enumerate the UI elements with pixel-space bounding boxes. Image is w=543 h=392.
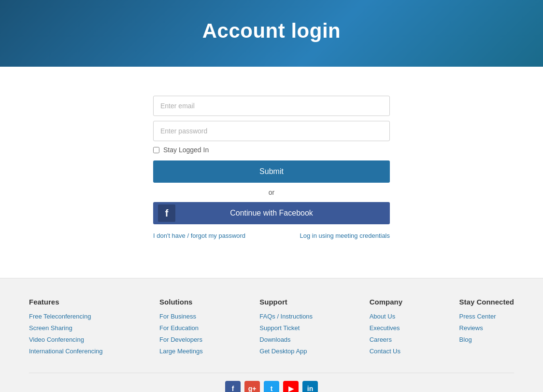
- footer-col-stay-connected: Stay Connected Press Center Reviews Blog: [459, 298, 514, 358]
- footer-col-company: Company About Us Executives Careers Cont…: [370, 298, 402, 358]
- footer-link-reviews[interactable]: Reviews: [459, 324, 483, 332]
- footer-link-about-us[interactable]: About Us: [370, 313, 395, 320]
- submit-button[interactable]: Submit: [153, 160, 390, 183]
- footer-link-desktop-app[interactable]: Get Desktop App: [259, 348, 307, 355]
- footer-link-faqs[interactable]: FAQs / Instructions: [259, 313, 313, 320]
- footer-heading-solutions: Solutions: [159, 298, 203, 306]
- footer-link-executives[interactable]: Executives: [370, 324, 400, 332]
- footer-link-video-conferencing[interactable]: Video Conferencing: [29, 336, 84, 343]
- footer-heading-features: Features: [29, 298, 103, 306]
- footer-link-large-meetings[interactable]: Large Meetings: [159, 348, 203, 355]
- password-input[interactable]: [153, 121, 390, 141]
- forgot-password-link[interactable]: I don't have / forgot my password: [153, 232, 245, 239]
- footer-link-international-conferencing[interactable]: International Conferencing: [29, 348, 103, 355]
- footer-link-press-center[interactable]: Press Center: [459, 313, 496, 320]
- footer-link-for-developers[interactable]: For Developers: [159, 336, 202, 343]
- footer-link-for-business[interactable]: For Business: [159, 313, 196, 320]
- or-divider: or: [153, 189, 390, 196]
- footer-link-blog[interactable]: Blog: [459, 336, 472, 343]
- social-googleplus-icon[interactable]: g+: [244, 381, 260, 392]
- social-icons-row: f g+ t ▶ in: [29, 373, 514, 392]
- footer-link-free-teleconferencing[interactable]: Free Teleconferencing: [29, 313, 91, 320]
- footer-link-downloads[interactable]: Downloads: [259, 336, 290, 343]
- login-form: Stay Logged In Submit or f Continue with…: [153, 96, 390, 239]
- social-twitter-icon[interactable]: t: [264, 381, 279, 392]
- footer-heading-support: Support: [259, 298, 313, 306]
- footer-link-support-ticket[interactable]: Support Ticket: [259, 324, 300, 332]
- footer-link-screen-sharing[interactable]: Screen Sharing: [29, 324, 72, 332]
- page-title: Account login: [0, 19, 543, 43]
- footer-link-careers[interactable]: Careers: [370, 336, 392, 343]
- footer-col-support: Support FAQs / Instructions Support Tick…: [259, 298, 313, 358]
- footer-columns: Features Free Teleconferencing Screen Sh…: [29, 298, 514, 373]
- facebook-icon: f: [158, 204, 175, 222]
- footer-link-for-education[interactable]: For Education: [159, 324, 199, 332]
- facebook-button-label: Continue with Facebook: [160, 209, 383, 218]
- footer-heading-stay-connected: Stay Connected: [459, 298, 514, 306]
- footer-link-contact-us[interactable]: Contact Us: [370, 348, 400, 355]
- main-content: Stay Logged In Submit or f Continue with…: [0, 67, 543, 278]
- social-youtube-icon[interactable]: ▶: [283, 381, 299, 392]
- page-header: Account login: [0, 0, 543, 67]
- footer-col-solutions: Solutions For Business For Education For…: [159, 298, 203, 358]
- facebook-login-button[interactable]: f Continue with Facebook: [153, 202, 390, 224]
- form-links: I don't have / forgot my password Log in…: [153, 232, 390, 239]
- stay-logged-in-label[interactable]: Stay Logged In: [153, 146, 390, 154]
- social-linkedin-icon[interactable]: in: [302, 381, 318, 392]
- meeting-credentials-link[interactable]: Log in using meeting credentials: [300, 232, 390, 239]
- page-footer: Features Free Teleconferencing Screen Sh…: [0, 278, 543, 392]
- social-facebook-icon[interactable]: f: [225, 381, 241, 392]
- email-input[interactable]: [153, 96, 390, 116]
- footer-heading-company: Company: [370, 298, 402, 306]
- stay-logged-in-checkbox[interactable]: [153, 147, 159, 153]
- footer-col-features: Features Free Teleconferencing Screen Sh…: [29, 298, 103, 358]
